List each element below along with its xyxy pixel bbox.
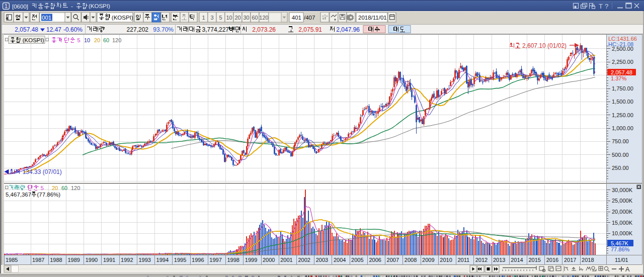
svg-text:1.37%: 1.37%: [611, 75, 626, 81]
svg-text:1991: 1991: [103, 257, 115, 263]
svg-text:T: T: [599, 3, 603, 10]
svg-text:1985: 1985: [6, 257, 18, 263]
svg-text:?: ?: [605, 3, 608, 10]
svg-text:2,057.48: 2,057.48: [611, 69, 632, 75]
svg-text:1993: 1993: [138, 257, 150, 263]
svg-text:250.00: 250.00: [612, 165, 629, 171]
svg-text:2,075.91: 2,075.91: [298, 26, 322, 33]
svg-text:120: 120: [112, 37, 121, 43]
svg-text:1,250.00: 1,250.00: [612, 112, 633, 118]
svg-text:1994: 1994: [156, 257, 169, 263]
svg-text:-0.60%: -0.60%: [63, 26, 83, 33]
svg-text:1995: 1995: [174, 257, 186, 263]
svg-text:2014: 2014: [511, 257, 523, 263]
svg-text:120: 120: [71, 185, 80, 191]
svg-text:60: 60: [252, 15, 258, 21]
svg-text:20,000K: 20,000K: [612, 209, 633, 215]
svg-text:2018/11/01: 2018/11/01: [358, 15, 387, 21]
svg-text:25,000K: 25,000K: [612, 198, 633, 204]
svg-text:10: 10: [84, 37, 90, 43]
svg-text:1,500.00: 1,500.00: [612, 99, 633, 105]
svg-text:2016: 2016: [546, 257, 558, 263]
svg-text:1999: 1999: [245, 257, 257, 263]
svg-text:3,774,227: 3,774,227: [202, 26, 229, 33]
svg-text:2,073.26: 2,073.26: [252, 26, 276, 33]
svg-text:5: 5: [41, 185, 44, 191]
svg-text:(KOSPI): (KOSPI): [89, 3, 110, 9]
svg-text:5: 5: [219, 15, 222, 21]
svg-text:2005: 2005: [351, 257, 363, 263]
svg-text:1996: 1996: [192, 257, 204, 263]
svg-text:2002: 2002: [298, 257, 310, 263]
svg-text:30: 30: [243, 15, 249, 21]
svg-text:2018: 2018: [582, 257, 594, 263]
svg-text:2004: 2004: [334, 257, 346, 263]
svg-text:2010: 2010: [440, 257, 452, 263]
svg-text:001: 001: [42, 15, 51, 21]
svg-text:2013: 2013: [493, 257, 505, 263]
svg-text:1988: 1988: [50, 257, 62, 263]
svg-text:10: 10: [226, 15, 232, 21]
svg-text:401: 401: [292, 15, 301, 21]
svg-text:2,057.48: 2,057.48: [15, 26, 38, 33]
svg-text:20: 20: [234, 15, 240, 21]
svg-text:2017: 2017: [564, 257, 576, 263]
svg-text:5,467,367: 5,467,367: [6, 192, 31, 198]
svg-text:1,000.00: 1,000.00: [612, 125, 633, 131]
svg-text:5,467K: 5,467K: [611, 240, 629, 246]
svg-text:2008: 2008: [405, 257, 417, 263]
svg-text:11/01: 11/01: [615, 257, 628, 263]
svg-text:500.00: 500.00: [612, 152, 629, 158]
svg-text:1: 1: [202, 15, 205, 21]
svg-text:1998: 1998: [227, 257, 239, 263]
svg-text:1: 1: [5, 3, 8, 9]
svg-text:2015: 2015: [528, 257, 540, 263]
svg-text:2009: 2009: [422, 257, 434, 263]
svg-text:20: 20: [52, 185, 58, 191]
svg-text:120: 120: [259, 15, 268, 21]
svg-text:2000: 2000: [263, 257, 275, 263]
svg-text:1,750.00: 1,750.00: [612, 85, 633, 91]
svg-text:20: 20: [94, 37, 100, 43]
svg-text:2,607.10 (01/02): 2,607.10 (01/02): [522, 42, 567, 49]
svg-text:/407: /407: [304, 15, 315, 21]
svg-text:2,250.00: 2,250.00: [612, 59, 633, 65]
svg-text:1997: 1997: [209, 257, 221, 263]
svg-text:-: -: [71, 3, 73, 9]
svg-text:3: 3: [210, 15, 213, 21]
svg-text:A: A: [625, 266, 630, 273]
svg-text:2,047.96: 2,047.96: [336, 26, 360, 33]
svg-text:10,000K: 10,000K: [612, 230, 633, 236]
svg-text:1990: 1990: [86, 257, 98, 263]
svg-text:[0600]: [0600]: [12, 4, 28, 10]
svg-text:60: 60: [61, 185, 67, 191]
svg-text:77.86%: 77.86%: [611, 246, 630, 252]
svg-text:93.70%: 93.70%: [153, 26, 174, 33]
svg-text:(77.86%): (77.86%): [37, 192, 61, 198]
svg-text:2006: 2006: [369, 257, 381, 263]
svg-text:2003: 2003: [316, 257, 328, 263]
svg-text:1987: 1987: [32, 257, 44, 263]
svg-text:134.33 (07/01): 134.33 (07/01): [23, 168, 62, 175]
svg-text:2007: 2007: [387, 257, 399, 263]
svg-text:12.47: 12.47: [46, 26, 61, 33]
svg-text:30,000K: 30,000K: [612, 187, 633, 193]
svg-text:(KOSPI): (KOSPI): [112, 15, 133, 21]
svg-text:(KOSPI): (KOSPI): [23, 37, 44, 43]
svg-text:60: 60: [103, 37, 109, 43]
svg-text:2001: 2001: [280, 257, 292, 263]
svg-text:1989: 1989: [68, 257, 80, 263]
svg-text:5: 5: [77, 37, 80, 43]
svg-text:227,202: 227,202: [127, 26, 149, 33]
svg-text:1992: 1992: [121, 257, 133, 263]
svg-text:2012: 2012: [475, 257, 488, 263]
svg-text:2011: 2011: [458, 257, 470, 263]
svg-text:750.00: 750.00: [612, 138, 629, 144]
svg-text:HC:-21.08: HC:-21.08: [608, 41, 633, 47]
svg-text:15,000K: 15,000K: [612, 220, 633, 226]
